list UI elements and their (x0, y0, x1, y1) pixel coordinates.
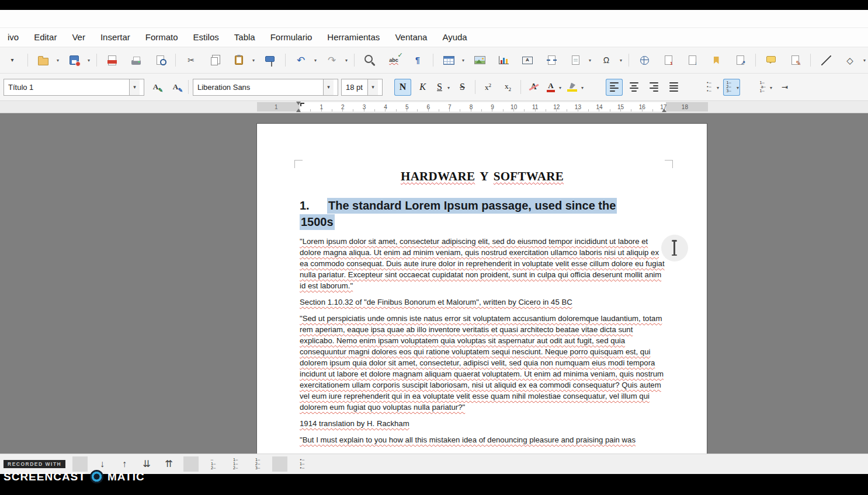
ruler-number: 4 (375, 101, 397, 113)
table-icon (443, 56, 454, 65)
left-indent-marker[interactable] (296, 109, 301, 112)
clear-formatting-button[interactable]: A (525, 79, 542, 96)
separator[interactable] (183, 456, 199, 472)
bold-button[interactable]: N (394, 79, 411, 96)
paragraph-style-input[interactable] (4, 79, 129, 95)
menu-ayuda[interactable]: Ayuda (435, 28, 474, 47)
tab-stop-marker[interactable] (300, 103, 304, 106)
align-center-button[interactable] (626, 79, 643, 96)
separator[interactable] (354, 54, 355, 67)
bookmark-button[interactable] (706, 51, 726, 69)
new-document-dropdown[interactable]: ▾ (2, 51, 22, 69)
menu-estilos[interactable]: Estilos (186, 28, 227, 47)
menu-ventana[interactable]: Ventana (387, 28, 435, 47)
separator[interactable] (755, 54, 756, 67)
chevron-down-icon[interactable] (367, 79, 378, 95)
insert-field-button[interactable] (565, 51, 592, 69)
align-justify-button[interactable] (665, 79, 682, 96)
copy-button[interactable] (205, 51, 225, 69)
insert-table-button[interactable] (439, 51, 466, 69)
font-size-input[interactable] (342, 79, 367, 95)
omega-icon: Ω (600, 54, 612, 66)
insert-chart-button[interactable] (494, 51, 513, 69)
insert-unnumbered-entry-button[interactable]: — 1— 2— (204, 456, 222, 472)
endnote-button[interactable] (682, 51, 702, 69)
special-character-button[interactable]: Ω (596, 51, 623, 69)
open-file-button[interactable] (33, 51, 60, 69)
strikethrough-button[interactable]: S (454, 79, 471, 96)
bullet-list-button[interactable]: •— •— •— (703, 79, 720, 96)
paste-button[interactable] (229, 51, 256, 69)
restart-numbering-button[interactable]: 1— 1— 2— (227, 456, 244, 472)
bullets-numbering-button[interactable]: •— 1— •— (293, 456, 311, 472)
separator[interactable] (433, 54, 433, 67)
print-button[interactable] (126, 51, 146, 69)
first-line-indent-marker[interactable] (296, 102, 301, 105)
undo-button[interactable]: ↶ (291, 51, 318, 69)
outline-list-button[interactable]: 1— a— 1— (756, 79, 773, 96)
menu-formulario[interactable]: Formulario (263, 28, 320, 47)
page[interactable]: HARDWAREYSOFTWARE 1.The standard Lorem I… (257, 124, 707, 454)
print-preview-button[interactable] (150, 51, 170, 69)
highlight-color-button[interactable] (565, 79, 585, 96)
align-left-button[interactable] (606, 79, 623, 96)
clone-formatting-button[interactable] (260, 51, 280, 69)
numbered-list-button[interactable]: 1— 2— 3— (723, 79, 740, 96)
redo-button[interactable]: ↷ (322, 51, 349, 69)
align-right-button[interactable] (645, 79, 662, 96)
export-pdf-button[interactable] (102, 51, 122, 69)
move-up-subpoints-button[interactable]: ⇈ (160, 456, 178, 472)
comment-button[interactable] (761, 51, 781, 69)
document-canvas[interactable]: HARDWAREYSOFTWARE 1.The standard Lorem I… (0, 113, 868, 454)
menu-insertar[interactable]: Insertar (93, 28, 138, 47)
italic-button[interactable]: K (414, 79, 431, 96)
horizontal-ruler[interactable]: 1 123456789101112131415161718 (0, 101, 868, 113)
separator (188, 80, 189, 94)
menu-tabla[interactable]: Tabla (227, 28, 263, 47)
chevron-down-icon[interactable] (129, 79, 140, 95)
cross-reference-button[interactable] (730, 51, 750, 69)
right-indent-marker[interactable] (662, 109, 666, 112)
subscript-button[interactable]: x2 (499, 79, 516, 96)
separator[interactable] (96, 54, 97, 67)
update-style-button[interactable]: A (147, 79, 164, 96)
find-replace-button[interactable] (360, 51, 380, 69)
printer-icon (131, 60, 141, 65)
page-break-button[interactable] (541, 51, 561, 69)
superscript-button[interactable]: x2 (480, 79, 497, 96)
font-name-input[interactable] (193, 79, 323, 95)
font-name-combo[interactable] (193, 79, 338, 96)
cut-button[interactable]: ✂ (181, 51, 201, 69)
separator[interactable] (175, 54, 176, 67)
restart-numbering-icon: 1— 1— 2— (233, 458, 238, 470)
spelling-button[interactable]: abc (384, 51, 404, 69)
font-size-combo[interactable] (341, 79, 383, 96)
separator[interactable] (27, 54, 28, 67)
hyperlink-button[interactable] (634, 51, 654, 69)
insert-textbox-button[interactable]: A (518, 51, 537, 69)
ruler-number: 8 (460, 101, 482, 113)
menu-ver[interactable]: Ver (64, 28, 93, 47)
paragraph-style-combo[interactable] (4, 79, 144, 96)
menu-herramientas[interactable]: Herramientas (320, 28, 387, 47)
font-color-button[interactable]: A (545, 79, 563, 96)
insert-line-button[interactable] (816, 51, 836, 69)
underline-button[interactable]: S (434, 79, 451, 96)
chevron-down-icon[interactable] (323, 79, 334, 95)
increase-indent-button[interactable]: ⇥ (776, 79, 793, 96)
menu-formato[interactable]: Formato (138, 28, 186, 47)
new-style-button[interactable]: A (167, 79, 184, 96)
track-changes-button[interactable] (785, 51, 805, 69)
separator[interactable] (810, 54, 811, 67)
separator[interactable] (285, 54, 286, 67)
save-button[interactable] (64, 51, 91, 69)
basic-shapes-button[interactable]: ◇ (840, 51, 867, 69)
menu-archivo[interactable]: ivo (0, 28, 26, 47)
formatting-marks-button[interactable]: ¶ (408, 51, 428, 69)
insert-image-button[interactable] (470, 51, 489, 69)
menu-editar[interactable]: Editar (26, 28, 64, 47)
separator[interactable] (629, 54, 629, 67)
footnote-button[interactable] (658, 51, 678, 69)
numbering-options-button[interactable]: 1— 2— 3— (249, 456, 266, 472)
separator[interactable] (272, 456, 287, 472)
